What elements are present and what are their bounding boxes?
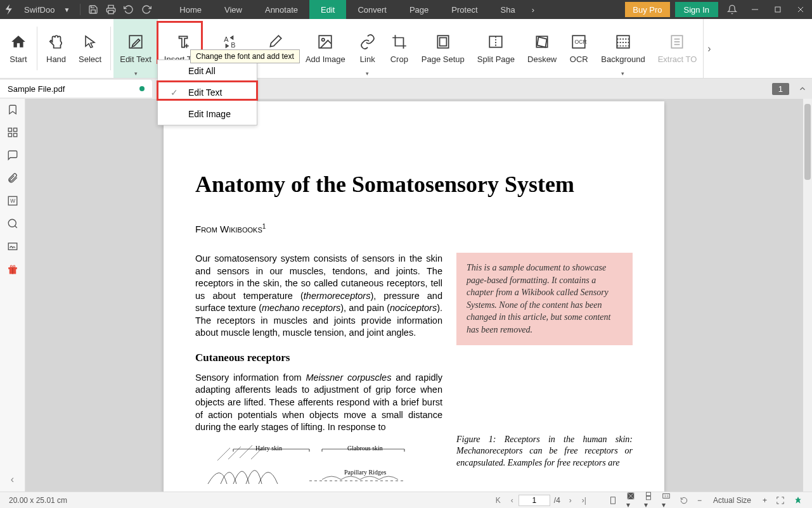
hand-icon (48, 33, 65, 51)
deskew-button[interactable]: Deskew (521, 19, 563, 78)
svg-rect-27 (13, 134, 16, 137)
page-subtitle: From Wikibooks1 (195, 223, 633, 235)
fullscreen-icon[interactable] (771, 496, 789, 505)
svg-text:B: B (231, 41, 236, 49)
figure: Hairy skin Glabrous skin Papillary Ridge… (195, 443, 442, 487)
edit-text-item[interactable]: ✓Edit Text (158, 82, 257, 103)
buy-pro-button[interactable]: Buy Pro (625, 2, 669, 17)
continuous-icon[interactable]: ▾ (640, 492, 657, 509)
fit-icon[interactable]: 1:1▾ (657, 492, 675, 509)
undo-icon[interactable] (120, 4, 138, 15)
document-tab-label: Sample File.pdf (8, 84, 65, 94)
main-area: W ‹ Anatomy of the Somatosensory System … (0, 99, 812, 492)
crop-button[interactable]: Crop (383, 19, 415, 78)
single-page-icon[interactable] (604, 496, 622, 505)
page-setup-icon (434, 33, 452, 51)
save-icon[interactable] (84, 4, 102, 15)
rotate-icon[interactable] (675, 496, 693, 505)
last-page-icon[interactable]: ›| (577, 496, 591, 505)
thumbnails-icon[interactable] (7, 127, 18, 138)
menu-home[interactable]: Home (168, 0, 213, 19)
zoom-in-icon[interactable]: + (758, 496, 771, 505)
gift-icon[interactable] (7, 264, 18, 275)
menu-convert[interactable]: Convert (346, 0, 398, 19)
menu-annotate[interactable]: Annotate (254, 0, 309, 19)
start-button[interactable]: Start (3, 19, 34, 78)
signature-icon[interactable] (7, 241, 18, 252)
status-bar: 20.00 x 25.01 cm K ‹ /4 › ›| ▾ ▾ 1:1▾ − … (0, 492, 812, 508)
search-icon[interactable] (7, 218, 18, 229)
page-setup-button[interactable]: Page Setup (415, 19, 471, 78)
document-canvas[interactable]: Anatomy of the Somatosensory System From… (25, 99, 812, 492)
svg-rect-26 (8, 134, 11, 137)
document-tab-bar: Sample File.pdf 1 (0, 79, 812, 99)
section-heading: Cutaneous receptors (195, 351, 442, 365)
split-page-button[interactable]: Split Page (471, 19, 521, 78)
app-name: SwifDoo (22, 5, 57, 15)
hand-button[interactable]: Hand (40, 19, 72, 78)
edit-text-button[interactable]: Edit Text▾ (113, 19, 158, 78)
svg-rect-24 (8, 128, 11, 131)
cursor-icon (81, 33, 99, 51)
layout-icon[interactable]: ▾ (622, 492, 640, 509)
minimize-icon[interactable] (744, 6, 766, 13)
extract-icon (668, 33, 686, 51)
title-bar: SwifDoo ▼ Home View Annotate Edit Conver… (0, 0, 812, 19)
ocr-button[interactable]: OCROCR (563, 19, 595, 78)
pin-icon[interactable] (789, 496, 807, 505)
svg-line-40 (217, 448, 230, 460)
next-page-icon[interactable]: › (564, 496, 577, 505)
insert-text-icon (174, 33, 192, 51)
ocr-icon: OCR (570, 33, 588, 51)
extract-toc-button[interactable]: Extract TO (652, 19, 704, 78)
word-export-icon[interactable]: W (7, 195, 18, 206)
svg-rect-47 (646, 492, 650, 495)
zoom-level[interactable]: Actual Size (706, 495, 758, 505)
check-icon: ✓ (171, 87, 178, 98)
notifications-icon[interactable] (721, 4, 744, 15)
menu-share[interactable]: Sha (489, 0, 527, 19)
page-total: /4 (550, 496, 564, 505)
bookmark-icon[interactable] (7, 104, 18, 115)
comments-icon[interactable] (7, 149, 18, 161)
add-image-button[interactable]: Add Image (299, 19, 352, 78)
edit-text-icon (127, 33, 145, 51)
vertical-scrollbar[interactable] (803, 99, 812, 492)
svg-rect-48 (646, 496, 650, 499)
close-icon[interactable] (789, 6, 812, 13)
image-icon (316, 33, 334, 51)
menu-page[interactable]: Page (398, 0, 440, 19)
svg-line-41 (228, 447, 241, 459)
prev-page-icon[interactable]: ‹ (506, 496, 519, 505)
pen-icon (266, 33, 284, 51)
collapse-ribbon-icon[interactable] (798, 84, 807, 93)
select-button[interactable]: Select (72, 19, 108, 78)
menu-tabs: Home View Annotate Edit Convert Page Pro… (168, 0, 526, 19)
menu-overflow-icon[interactable]: › (527, 5, 539, 15)
maximize-icon[interactable] (766, 6, 789, 13)
app-menu-dropdown[interactable]: ▼ (57, 6, 76, 13)
sign-in-button[interactable]: Sign In (675, 2, 718, 17)
zoom-out-icon[interactable]: − (693, 496, 706, 505)
edit-all-item[interactable]: Edit All (158, 60, 257, 82)
scrollbar-thumb[interactable] (804, 104, 811, 180)
body-paragraph: Our somatosensory system consists of sen… (195, 253, 442, 340)
background-button[interactable]: Background▾ (595, 19, 651, 78)
attachments-icon[interactable] (7, 172, 18, 184)
menu-protect[interactable]: Protect (440, 0, 489, 19)
collapse-sidebar-icon[interactable]: ‹ (11, 474, 14, 485)
ribbon-overflow-icon[interactable]: › (703, 19, 714, 78)
svg-rect-13 (439, 38, 446, 46)
link-button[interactable]: Link▾ (352, 19, 383, 78)
document-tab[interactable]: Sample File.pdf (0, 80, 152, 98)
menu-view[interactable]: View (213, 0, 254, 19)
menu-edit[interactable]: Edit (309, 0, 346, 19)
page-number-input[interactable] (519, 495, 550, 506)
home-icon (10, 33, 27, 51)
edit-image-item[interactable]: Edit Image (158, 103, 257, 125)
white-out-button[interactable]: White-out (251, 19, 299, 78)
figure-caption: Figure 1: Receptors in the human skin: M… (456, 434, 633, 470)
first-page-icon[interactable]: K (491, 496, 506, 505)
print-icon[interactable] (102, 4, 120, 15)
redo-icon[interactable] (138, 4, 155, 15)
